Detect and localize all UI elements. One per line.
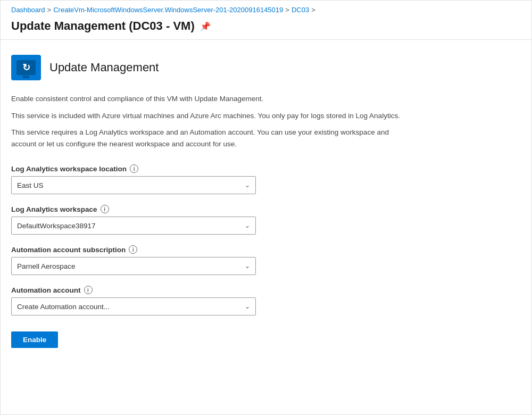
content-area: ↻ Update Management Enable consistent co… [1, 40, 531, 369]
breadcrumb-sep-2: > [285, 6, 289, 14]
service-name: Update Management [49, 61, 159, 74]
service-header: ↻ Update Management [11, 55, 521, 80]
label-text-workspace-location: Log Analytics workspace location [11, 165, 127, 173]
field-label-workspace: Log Analytics workspace i [11, 205, 277, 213]
dropdown-value-subscription: Parnell Aerospace [17, 262, 76, 270]
label-text-subscription: Automation account subscription [11, 246, 126, 254]
breadcrumb-createvm[interactable]: CreateVm-MicrosoftWindowsServer.WindowsS… [53, 6, 283, 14]
dropdown-workspace-location[interactable]: East US ⌄ [11, 176, 256, 194]
field-label-subscription: Automation account subscription i [11, 245, 277, 254]
info-icon-workspace-location[interactable]: i [130, 164, 138, 173]
dropdown-automation-account[interactable]: Create Automation account... ⌄ [11, 297, 256, 316]
field-automation-account: Automation account i Create Automation a… [11, 286, 277, 316]
breadcrumb-dc03[interactable]: DC03 [292, 6, 309, 14]
service-icon: ↻ [11, 55, 41, 80]
dropdown-workspace[interactable]: DefaultWorkspace38917 ⌄ [11, 217, 256, 235]
dropdown-subscription[interactable]: Parnell Aerospace ⌄ [11, 257, 256, 275]
label-text-workspace: Log Analytics workspace [11, 205, 97, 213]
field-subscription: Automation account subscription i Parnel… [11, 245, 277, 275]
form-section: Log Analytics workspace location i East … [11, 164, 277, 316]
dropdown-value-workspace-location: East US [17, 181, 44, 189]
chevron-down-icon-automation-account: ⌄ [245, 303, 250, 310]
description-3: This service requires a Log Analytics wo… [11, 127, 415, 150]
chevron-down-icon-workspace: ⌄ [245, 222, 250, 229]
description-2: This service is included with Azure virt… [11, 110, 415, 122]
breadcrumb-sep-1: > [47, 6, 52, 14]
description-1: Enable consistent control and compliance… [11, 93, 415, 105]
dropdown-value-workspace: DefaultWorkspace38917 [17, 222, 96, 230]
refresh-icon: ↻ [22, 62, 30, 73]
chevron-down-icon-workspace-location: ⌄ [245, 181, 250, 189]
enable-button[interactable]: Enable [11, 331, 58, 348]
monitor-screen: ↻ [16, 60, 36, 75]
page-header: Update Management (DC03 - VM) 📌 [1, 17, 531, 40]
chevron-down-icon-subscription: ⌄ [245, 262, 250, 270]
breadcrumb-dashboard[interactable]: Dashboard [11, 6, 45, 14]
field-workspace: Log Analytics workspace i DefaultWorkspa… [11, 205, 277, 235]
label-text-automation-account: Automation account [11, 286, 81, 294]
field-workspace-location: Log Analytics workspace location i East … [11, 164, 277, 194]
field-label-automation-account: Automation account i [11, 286, 277, 294]
info-icon-workspace[interactable]: i [101, 205, 109, 213]
field-label-workspace-location: Log Analytics workspace location i [11, 164, 277, 173]
page-title: Update Management (DC03 - VM) [11, 19, 195, 33]
page-wrapper: Dashboard > CreateVm-MicrosoftWindowsSer… [0, 0, 532, 415]
breadcrumb-sep-3: > [311, 6, 315, 14]
info-icon-subscription[interactable]: i [129, 245, 137, 254]
dropdown-value-automation-account: Create Automation account... [17, 303, 110, 311]
description-block: Enable consistent control and compliance… [11, 93, 415, 150]
info-icon-automation-account[interactable]: i [84, 286, 93, 294]
pin-icon[interactable]: 📌 [200, 21, 211, 31]
breadcrumb: Dashboard > CreateVm-MicrosoftWindowsSer… [1, 1, 531, 17]
